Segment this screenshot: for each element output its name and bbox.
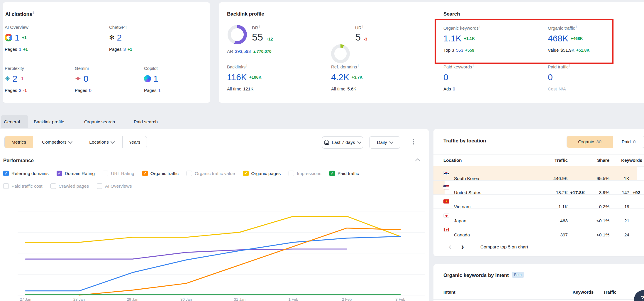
chat-icon: ? — [640, 295, 644, 301]
toggle-paid[interactable]: Paid0 — [613, 136, 644, 148]
column-header-traffic[interactable]: Traffic — [596, 290, 616, 295]
metric-value: 1 — [15, 33, 20, 42]
metric-checkbox[interactable]: Referring domains — [3, 171, 49, 176]
x-axis-label: 2 Feb — [337, 297, 357, 301]
paid-traffic-value[interactable]: 0 — [548, 73, 553, 82]
filter-metrics[interactable]: Metrics — [5, 136, 33, 148]
metric-checkbox-label: Organic pages — [251, 171, 281, 176]
column-header-traffic[interactable]: Traffic — [524, 158, 568, 163]
filter-segmented-control: Metrics Competitors Locations Years — [4, 136, 147, 148]
ref-domains-block: Ref. domains 4.2K+3.7K All time5.6K — [331, 64, 362, 91]
filter-competitors[interactable]: Competitors — [33, 136, 81, 148]
metric-change: +1 — [22, 35, 27, 40]
performance-card: Metrics Competitors Locations Years Last… — [0, 129, 429, 301]
ur-value: 5 — [355, 31, 361, 43]
ads-link[interactable]: 0 — [453, 86, 455, 91]
tab-backlink-profile[interactable]: Backlink profile — [34, 115, 64, 128]
metric-checkbox-label: Organic traffic — [150, 171, 179, 176]
tab-general[interactable]: General — [4, 115, 20, 128]
copilot-icon — [144, 75, 151, 82]
chart-line-domain-rating — [26, 249, 347, 259]
checkbox-icon — [142, 171, 148, 176]
metric-checkbox[interactable]: Organic pages — [243, 171, 281, 176]
top3-link[interactable]: 563 — [456, 48, 463, 53]
toggle-organic[interactable]: Organic30 — [567, 136, 613, 148]
paid-traffic-block: Paid traffic 0 CostN/A — [548, 64, 570, 91]
x-axis-label: 29 Jan — [122, 297, 143, 301]
column-header-keywords[interactable]: Keywords — [609, 158, 642, 163]
table-row-vietnam[interactable]: Vietnam 1.1K 0.2% 19 — [433, 194, 644, 208]
keywords-by-intent-title: Organic keywords by intent — [443, 273, 509, 278]
table-row-south-korea[interactable]: South Korea 446.9K 95.5% 1K — [433, 166, 644, 180]
x-axis-label: 30 Jan — [176, 297, 196, 301]
info-icon — [259, 25, 260, 28]
metric-checkbox-label: Referring domains — [11, 171, 49, 176]
collapse-section-button[interactable] — [416, 159, 419, 163]
column-header-share[interactable]: Share — [571, 158, 609, 163]
table-row-united-states[interactable]: United States 18.2K +17.8K 3.9% 147 +92 — [433, 180, 644, 194]
performance-line-chart[interactable] — [0, 194, 429, 301]
checkbox-icon — [187, 171, 192, 176]
compare-top5-link[interactable]: Compare top 5 on chart — [480, 244, 528, 250]
metric-checkbox[interactable]: URL Rating — [103, 171, 134, 176]
pages-link[interactable]: 1 — [19, 47, 21, 52]
paid-keywords-value[interactable]: 0 — [443, 73, 448, 82]
dr-donut-chart — [228, 25, 247, 44]
flag-south-korea-icon — [443, 171, 449, 175]
metric-checkbox[interactable]: AI Overviews — [97, 183, 132, 189]
column-header-keywords[interactable]: Keywords — [561, 290, 594, 295]
gemini-icon: ✦ — [75, 75, 81, 83]
column-header-intent[interactable]: Intent — [443, 290, 455, 295]
checkbox-icon — [289, 171, 294, 176]
checkbox-icon — [103, 171, 108, 176]
pagination-prev-button[interactable]: ‹ — [449, 244, 451, 250]
divider — [433, 154, 644, 154]
organic-keywords-value[interactable]: 1.1K — [443, 34, 462, 43]
kebab-icon — [413, 139, 414, 140]
checkbox-icon — [3, 183, 9, 189]
pagination-next-button[interactable]: › — [461, 244, 464, 250]
ur-block: UR 5-3 — [355, 25, 367, 43]
ar-row: AR393,593▲770,070 — [227, 49, 272, 54]
backlinks-value[interactable]: 116K — [227, 73, 247, 82]
metric-checkbox[interactable]: Paid traffic — [329, 171, 359, 176]
performance-title: Performance — [3, 158, 34, 164]
pages-link[interactable]: 3 — [123, 47, 126, 52]
metric-checkbox-row-2: Paid traffic costCrawled pagesAI Overvie… — [3, 183, 132, 189]
organic-traffic-value[interactable]: 468K — [548, 34, 568, 43]
keywords-link[interactable]: 24 — [596, 228, 629, 242]
metric-checkbox[interactable]: Organic traffic — [142, 171, 179, 176]
filter-years[interactable]: Years — [123, 136, 147, 148]
x-axis-label: 27 Jan — [15, 297, 36, 301]
pages-link[interactable]: 3 — [19, 88, 21, 93]
backlink-profile-title: Backlink profile — [227, 11, 264, 17]
search-title: Search — [443, 11, 460, 17]
organic-paid-toggle: Organic30 Paid0 — [567, 136, 644, 148]
tab-organic-search[interactable]: Organic search — [84, 115, 115, 128]
more-options-kebab[interactable] — [413, 139, 414, 140]
dr-block: DR 55+12 — [252, 25, 273, 43]
chatgpt-icon: ✻ — [109, 34, 114, 41]
metric-checkbox[interactable]: Organic traffic value — [187, 171, 235, 176]
ai-citations-card: AI citations AI Overview 1+1 Pages1+1 Ch… — [3, 2, 210, 103]
ar-link[interactable]: 393,593 — [235, 49, 251, 54]
table-row-japan[interactable]: Japan 463 <0.1% 21 — [433, 208, 644, 223]
tab-paid-search[interactable]: Paid search — [134, 115, 158, 128]
metric-checkbox-label: Organic traffic value — [195, 171, 235, 176]
metric-checkbox[interactable]: Impressions — [289, 171, 321, 176]
x-axis-label: 1 Feb — [283, 297, 304, 301]
table-row-canada[interactable]: Canada 397 <0.1% 24 — [433, 223, 644, 237]
metric-checkbox[interactable]: Domain Rating — [57, 171, 95, 176]
metric-checkbox[interactable]: Crawled pages — [50, 183, 89, 189]
column-header-location[interactable]: Location — [443, 158, 462, 163]
filter-locations[interactable]: Locations — [81, 136, 123, 148]
row-separator — [433, 180, 644, 181]
info-icon — [246, 64, 247, 67]
ref-domains-value[interactable]: 4.2K — [331, 73, 349, 82]
backlinks-block: Backlinks 116K+106K All time121K — [227, 64, 262, 91]
granularity-button[interactable]: Daily — [369, 136, 400, 149]
pages-link[interactable]: 0 — [89, 88, 91, 93]
metric-checkbox[interactable]: Paid traffic cost — [3, 183, 43, 189]
pages-link[interactable]: 1 — [158, 88, 161, 93]
date-range-button[interactable]: Last 7 days — [322, 136, 363, 149]
